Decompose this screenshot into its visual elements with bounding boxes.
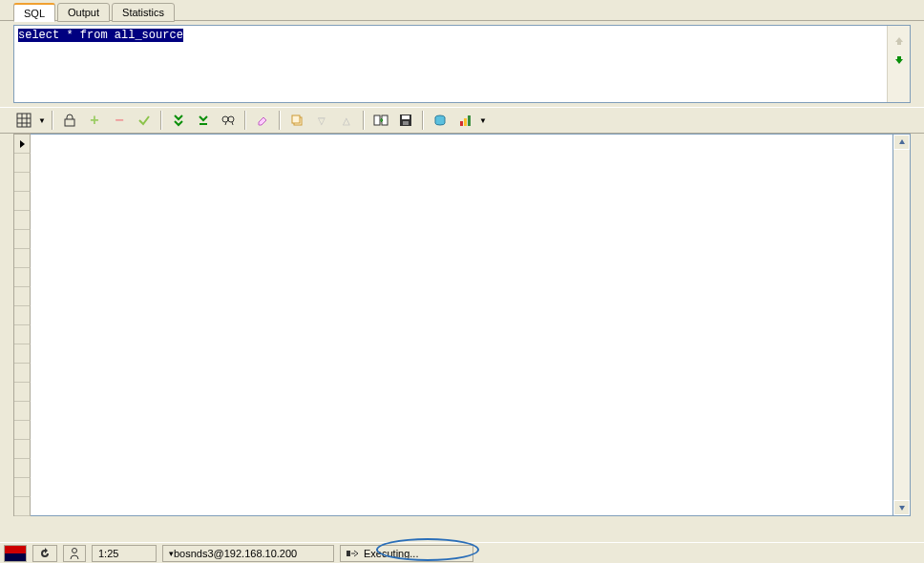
- scroll-track[interactable]: [893, 150, 910, 500]
- row-header[interactable]: [14, 497, 31, 516]
- row-header[interactable]: [14, 459, 31, 478]
- svg-point-22: [73, 548, 77, 553]
- row-header[interactable]: [14, 383, 31, 402]
- row-header[interactable]: [14, 268, 31, 287]
- svg-line-10: [232, 122, 233, 125]
- copy-button[interactable]: [286, 110, 307, 131]
- results-grid: [13, 134, 911, 516]
- row-header[interactable]: [14, 364, 31, 383]
- row-header[interactable]: [14, 440, 31, 459]
- row-header[interactable]: [14, 230, 31, 249]
- row-header[interactable]: [14, 211, 31, 230]
- status-executing: Executing...: [340, 545, 473, 562]
- sort-desc-button[interactable]: ▽: [311, 110, 332, 131]
- chart-button[interactable]: [454, 110, 475, 131]
- grid-button[interactable]: [13, 110, 34, 131]
- tab-output[interactable]: Output: [57, 3, 110, 22]
- sql-selection[interactable]: select * from all_source: [18, 29, 183, 42]
- row-header[interactable]: [14, 287, 31, 306]
- svg-point-7: [222, 116, 228, 122]
- fetch-next-button[interactable]: [193, 110, 214, 131]
- remove-button[interactable]: −: [109, 110, 130, 131]
- executing-icon: [346, 549, 360, 558]
- save-button[interactable]: [395, 110, 416, 131]
- svg-rect-13: [374, 115, 380, 125]
- tab-statistics[interactable]: Statistics: [112, 3, 175, 22]
- find-button[interactable]: [218, 110, 239, 131]
- grid-body[interactable]: [31, 134, 893, 516]
- row-header[interactable]: [14, 173, 31, 192]
- dropdown-icon[interactable]: ▼: [479, 116, 487, 125]
- sort-asc-button[interactable]: △: [336, 110, 357, 131]
- row-header[interactable]: [14, 402, 31, 421]
- erase-button[interactable]: [252, 110, 273, 131]
- sql-nav: [887, 26, 910, 102]
- grid-row-headers: [13, 134, 31, 516]
- results-toolbar: ▼ + − ▽ △ ▼: [0, 107, 924, 134]
- row-header[interactable]: [14, 249, 31, 268]
- status-connection[interactable]: bosnds3@192.168.10.200: [162, 545, 334, 562]
- sql-editor[interactable]: select * from all_source: [13, 25, 911, 103]
- svg-rect-12: [292, 115, 300, 123]
- row-header[interactable]: [14, 344, 31, 364]
- row-header[interactable]: [14, 306, 31, 325]
- status-cursor-position: 1:25: [92, 545, 157, 562]
- dropdown-icon[interactable]: ▼: [38, 116, 46, 125]
- row-header[interactable]: [14, 192, 31, 211]
- svg-rect-20: [464, 118, 467, 126]
- svg-rect-0: [17, 114, 31, 127]
- row-header[interactable]: [14, 478, 31, 497]
- svg-rect-21: [468, 115, 471, 126]
- svg-rect-16: [402, 115, 410, 119]
- sql-text[interactable]: select * from all_source: [14, 26, 887, 102]
- row-header-current[interactable]: [14, 135, 31, 154]
- tab-sql[interactable]: SQL: [13, 3, 55, 22]
- svg-rect-5: [65, 119, 74, 126]
- status-refresh-button[interactable]: [32, 545, 57, 562]
- svg-rect-17: [403, 121, 409, 125]
- scroll-down-icon[interactable]: [893, 500, 910, 515]
- row-header[interactable]: [14, 325, 31, 344]
- lock-button[interactable]: [59, 110, 80, 131]
- add-button[interactable]: +: [84, 110, 105, 131]
- svg-rect-19: [460, 121, 463, 126]
- nav-down-icon[interactable]: [893, 54, 905, 66]
- status-bar: 1:25 bosnds3@192.168.10.200 Executing...: [0, 542, 924, 563]
- fetch-all-button[interactable]: [168, 110, 189, 131]
- nav-up-icon[interactable]: [893, 35, 905, 47]
- db-button[interactable]: [430, 110, 451, 131]
- scroll-up-icon[interactable]: [893, 135, 910, 150]
- row-header[interactable]: [14, 421, 31, 440]
- vertical-scrollbar[interactable]: [893, 134, 911, 516]
- export-button[interactable]: [370, 110, 391, 131]
- tab-bar: SQL Output Statistics: [0, 0, 924, 21]
- status-flag-icon: [4, 545, 27, 562]
- connection-label: bosnds3@192.168.10.200: [174, 548, 297, 559]
- row-header[interactable]: [14, 154, 31, 173]
- executing-label: Executing...: [364, 548, 418, 559]
- status-user-icon: [63, 545, 86, 562]
- svg-rect-23: [346, 551, 350, 556]
- check-button[interactable]: [134, 110, 155, 131]
- svg-point-8: [228, 116, 234, 122]
